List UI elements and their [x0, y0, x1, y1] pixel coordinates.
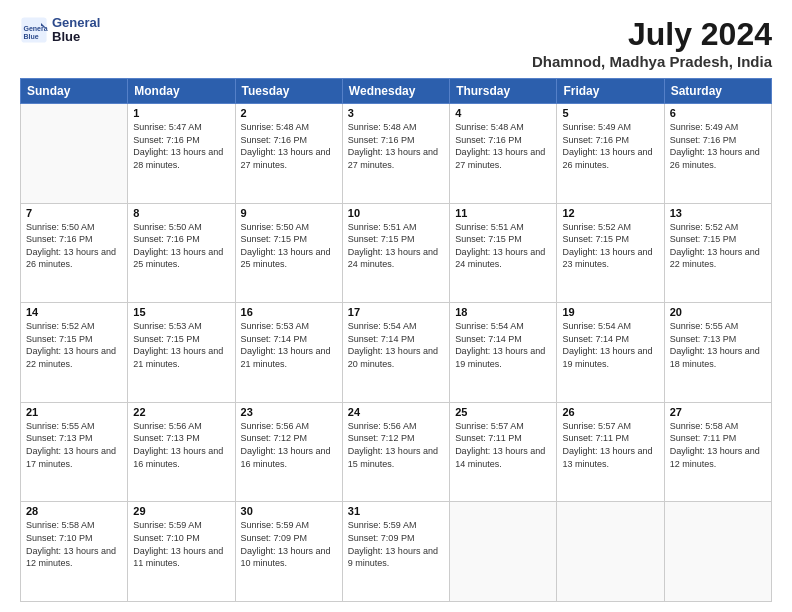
day-cell: 5Sunrise: 5:49 AMSunset: 7:16 PMDaylight… [557, 104, 664, 204]
day-cell: 25Sunrise: 5:57 AMSunset: 7:11 PMDayligh… [450, 402, 557, 502]
day-number: 22 [133, 406, 229, 418]
day-info: Sunrise: 5:49 AMSunset: 7:16 PMDaylight:… [670, 121, 766, 171]
day-number: 2 [241, 107, 337, 119]
day-number: 19 [562, 306, 658, 318]
day-cell: 26Sunrise: 5:57 AMSunset: 7:11 PMDayligh… [557, 402, 664, 502]
day-number: 3 [348, 107, 444, 119]
day-info: Sunrise: 5:57 AMSunset: 7:11 PMDaylight:… [455, 420, 551, 470]
day-cell: 22Sunrise: 5:56 AMSunset: 7:13 PMDayligh… [128, 402, 235, 502]
header-cell-tuesday: Tuesday [235, 79, 342, 104]
day-info: Sunrise: 5:52 AMSunset: 7:15 PMDaylight:… [670, 221, 766, 271]
day-info: Sunrise: 5:55 AMSunset: 7:13 PMDaylight:… [670, 320, 766, 370]
day-cell: 20Sunrise: 5:55 AMSunset: 7:13 PMDayligh… [664, 303, 771, 403]
day-cell [557, 502, 664, 602]
svg-text:Blue: Blue [24, 33, 39, 40]
day-number: 12 [562, 207, 658, 219]
header-cell-friday: Friday [557, 79, 664, 104]
day-cell [21, 104, 128, 204]
week-row-0: 1Sunrise: 5:47 AMSunset: 7:16 PMDaylight… [21, 104, 772, 204]
week-row-1: 7Sunrise: 5:50 AMSunset: 7:16 PMDaylight… [21, 203, 772, 303]
day-number: 1 [133, 107, 229, 119]
day-cell: 21Sunrise: 5:55 AMSunset: 7:13 PMDayligh… [21, 402, 128, 502]
day-info: Sunrise: 5:54 AMSunset: 7:14 PMDaylight:… [348, 320, 444, 370]
day-number: 16 [241, 306, 337, 318]
day-info: Sunrise: 5:59 AMSunset: 7:09 PMDaylight:… [241, 519, 337, 569]
calendar-table: SundayMondayTuesdayWednesdayThursdayFrid… [20, 78, 772, 602]
day-cell: 12Sunrise: 5:52 AMSunset: 7:15 PMDayligh… [557, 203, 664, 303]
day-cell: 28Sunrise: 5:58 AMSunset: 7:10 PMDayligh… [21, 502, 128, 602]
day-cell: 19Sunrise: 5:54 AMSunset: 7:14 PMDayligh… [557, 303, 664, 403]
day-info: Sunrise: 5:51 AMSunset: 7:15 PMDaylight:… [348, 221, 444, 271]
day-cell: 7Sunrise: 5:50 AMSunset: 7:16 PMDaylight… [21, 203, 128, 303]
day-cell: 11Sunrise: 5:51 AMSunset: 7:15 PMDayligh… [450, 203, 557, 303]
day-info: Sunrise: 5:54 AMSunset: 7:14 PMDaylight:… [455, 320, 551, 370]
day-info: Sunrise: 5:48 AMSunset: 7:16 PMDaylight:… [348, 121, 444, 171]
day-number: 11 [455, 207, 551, 219]
day-info: Sunrise: 5:56 AMSunset: 7:12 PMDaylight:… [241, 420, 337, 470]
logo-icon: General Blue [20, 16, 48, 44]
day-info: Sunrise: 5:57 AMSunset: 7:11 PMDaylight:… [562, 420, 658, 470]
day-cell [664, 502, 771, 602]
day-number: 9 [241, 207, 337, 219]
day-cell: 9Sunrise: 5:50 AMSunset: 7:15 PMDaylight… [235, 203, 342, 303]
day-cell: 14Sunrise: 5:52 AMSunset: 7:15 PMDayligh… [21, 303, 128, 403]
day-number: 25 [455, 406, 551, 418]
day-info: Sunrise: 5:56 AMSunset: 7:13 PMDaylight:… [133, 420, 229, 470]
day-number: 23 [241, 406, 337, 418]
day-info: Sunrise: 5:54 AMSunset: 7:14 PMDaylight:… [562, 320, 658, 370]
day-number: 29 [133, 505, 229, 517]
header-cell-thursday: Thursday [450, 79, 557, 104]
day-number: 31 [348, 505, 444, 517]
day-info: Sunrise: 5:52 AMSunset: 7:15 PMDaylight:… [26, 320, 122, 370]
header-row: SundayMondayTuesdayWednesdayThursdayFrid… [21, 79, 772, 104]
day-info: Sunrise: 5:47 AMSunset: 7:16 PMDaylight:… [133, 121, 229, 171]
week-row-2: 14Sunrise: 5:52 AMSunset: 7:15 PMDayligh… [21, 303, 772, 403]
day-number: 5 [562, 107, 658, 119]
day-info: Sunrise: 5:48 AMSunset: 7:16 PMDaylight:… [241, 121, 337, 171]
day-info: Sunrise: 5:59 AMSunset: 7:09 PMDaylight:… [348, 519, 444, 569]
logo-line2: Blue [52, 30, 100, 44]
day-cell: 3Sunrise: 5:48 AMSunset: 7:16 PMDaylight… [342, 104, 449, 204]
header-cell-sunday: Sunday [21, 79, 128, 104]
day-info: Sunrise: 5:52 AMSunset: 7:15 PMDaylight:… [562, 221, 658, 271]
day-cell: 2Sunrise: 5:48 AMSunset: 7:16 PMDaylight… [235, 104, 342, 204]
day-number: 26 [562, 406, 658, 418]
day-cell: 30Sunrise: 5:59 AMSunset: 7:09 PMDayligh… [235, 502, 342, 602]
day-info: Sunrise: 5:50 AMSunset: 7:15 PMDaylight:… [241, 221, 337, 271]
day-number: 18 [455, 306, 551, 318]
day-number: 14 [26, 306, 122, 318]
day-number: 20 [670, 306, 766, 318]
calendar-header: SundayMondayTuesdayWednesdayThursdayFrid… [21, 79, 772, 104]
day-cell: 4Sunrise: 5:48 AMSunset: 7:16 PMDaylight… [450, 104, 557, 204]
day-info: Sunrise: 5:51 AMSunset: 7:15 PMDaylight:… [455, 221, 551, 271]
day-cell: 27Sunrise: 5:58 AMSunset: 7:11 PMDayligh… [664, 402, 771, 502]
day-cell [450, 502, 557, 602]
header-cell-monday: Monday [128, 79, 235, 104]
day-number: 24 [348, 406, 444, 418]
day-cell: 10Sunrise: 5:51 AMSunset: 7:15 PMDayligh… [342, 203, 449, 303]
day-cell: 24Sunrise: 5:56 AMSunset: 7:12 PMDayligh… [342, 402, 449, 502]
subtitle: Dhamnod, Madhya Pradesh, India [532, 53, 772, 70]
page: General Blue General Blue July 2024 Dham… [0, 0, 792, 612]
day-cell: 16Sunrise: 5:53 AMSunset: 7:14 PMDayligh… [235, 303, 342, 403]
day-info: Sunrise: 5:48 AMSunset: 7:16 PMDaylight:… [455, 121, 551, 171]
day-cell: 18Sunrise: 5:54 AMSunset: 7:14 PMDayligh… [450, 303, 557, 403]
day-cell: 31Sunrise: 5:59 AMSunset: 7:09 PMDayligh… [342, 502, 449, 602]
day-info: Sunrise: 5:53 AMSunset: 7:15 PMDaylight:… [133, 320, 229, 370]
day-number: 4 [455, 107, 551, 119]
day-number: 30 [241, 505, 337, 517]
day-cell: 13Sunrise: 5:52 AMSunset: 7:15 PMDayligh… [664, 203, 771, 303]
day-cell: 23Sunrise: 5:56 AMSunset: 7:12 PMDayligh… [235, 402, 342, 502]
day-number: 10 [348, 207, 444, 219]
week-row-4: 28Sunrise: 5:58 AMSunset: 7:10 PMDayligh… [21, 502, 772, 602]
header-cell-wednesday: Wednesday [342, 79, 449, 104]
logo-text: General Blue [52, 16, 100, 45]
day-cell: 8Sunrise: 5:50 AMSunset: 7:16 PMDaylight… [128, 203, 235, 303]
day-cell: 6Sunrise: 5:49 AMSunset: 7:16 PMDaylight… [664, 104, 771, 204]
day-info: Sunrise: 5:58 AMSunset: 7:10 PMDaylight:… [26, 519, 122, 569]
day-info: Sunrise: 5:58 AMSunset: 7:11 PMDaylight:… [670, 420, 766, 470]
day-number: 15 [133, 306, 229, 318]
day-info: Sunrise: 5:55 AMSunset: 7:13 PMDaylight:… [26, 420, 122, 470]
day-number: 28 [26, 505, 122, 517]
header: General Blue General Blue July 2024 Dham… [20, 16, 772, 70]
